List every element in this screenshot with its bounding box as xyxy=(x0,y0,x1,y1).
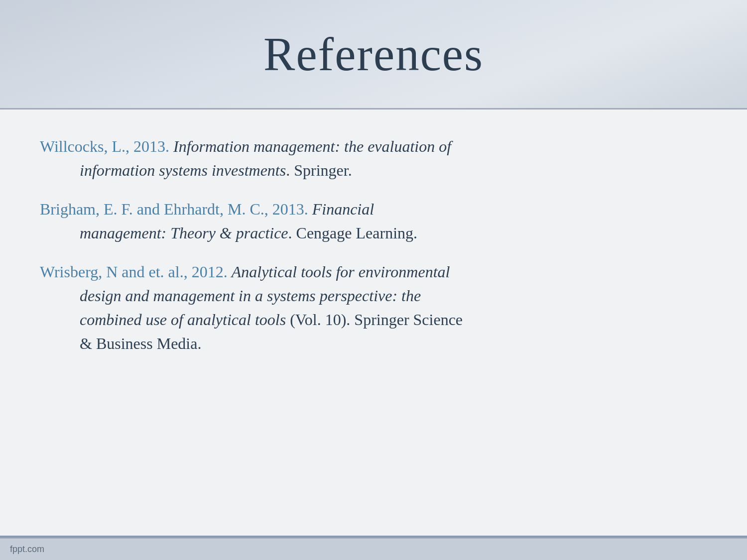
page-title: References xyxy=(263,27,484,82)
ref2-author-year: Brigham, E. F. and Ehrhardt, M. C., 2013… xyxy=(40,200,312,218)
content-section: Willcocks, L., 2013. Information managem… xyxy=(0,110,747,538)
ref2-regular: . Cengage Learning. xyxy=(288,224,417,242)
reference-3: Wrisberg, N and et. al., 2012. Analytica… xyxy=(40,260,707,355)
ref2-italic-cont: management: Theory & practice xyxy=(80,224,288,242)
ref3-author-year: Wrisberg, N and et. al., 2012. xyxy=(40,263,232,281)
ref1-italic-cont: information systems investments xyxy=(80,161,286,179)
footer-brand: fppt.com xyxy=(10,544,44,555)
ref1-author-year: Willcocks, L., 2013. xyxy=(40,137,173,155)
footer-section: fppt.com xyxy=(0,538,747,560)
ref3-italic: Analytical tools for environmental xyxy=(232,263,450,281)
ref1-regular: . Springer. xyxy=(286,161,352,179)
ref2-italic: Financial xyxy=(312,200,374,218)
ref3-regular-pub: & Business Media. xyxy=(80,335,201,352)
header-section: References xyxy=(0,0,747,110)
ref3-regular-vol: (Vol. 10). Springer Science xyxy=(286,311,463,329)
reference-1: Willcocks, L., 2013. Information managem… xyxy=(40,134,707,182)
ref1-italic: Information management: the evaluation o… xyxy=(173,137,451,155)
slide-container: References Willcocks, L., 2013. Informat… xyxy=(0,0,747,560)
ref3-italic-line3: combined use of analytical tools xyxy=(80,311,286,329)
reference-2: Brigham, E. F. and Ehrhardt, M. C., 2013… xyxy=(40,197,707,245)
ref3-italic-line2: design and management in a systems persp… xyxy=(80,287,421,305)
